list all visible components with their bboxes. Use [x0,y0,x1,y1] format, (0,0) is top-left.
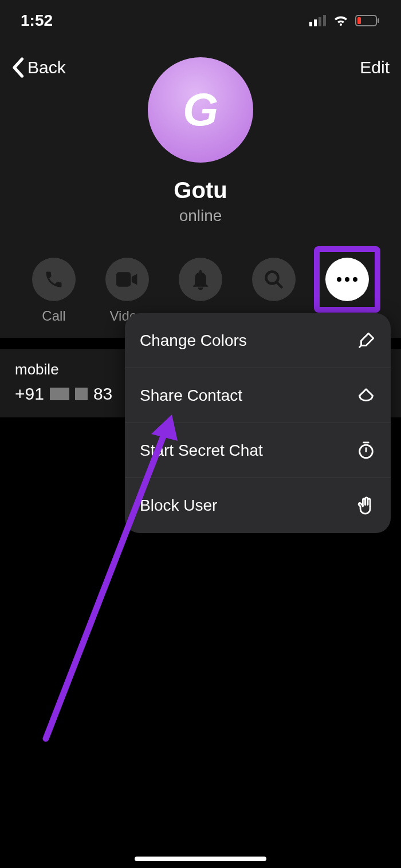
avatar-section: G Gotu online [0,57,401,225]
status-indicators [309,14,380,27]
menu-block-user[interactable]: Block User [125,478,391,533]
svg-rect-6 [357,17,361,24]
search-button[interactable] [252,258,296,301]
svg-rect-7 [116,272,131,286]
menu-share-contact[interactable]: Share Contact [125,368,391,423]
phone-icon [44,269,64,290]
video-button[interactable] [105,258,149,301]
video-icon [116,271,138,287]
svg-rect-1 [314,19,317,26]
avatar-initial: G [183,84,218,136]
contact-name: Gotu [174,177,227,203]
redacted [50,388,69,400]
menu-change-colors[interactable]: Change Colors [125,313,391,368]
share-icon [356,386,376,405]
svg-point-11 [345,277,349,282]
more-button[interactable] [325,258,369,301]
status-bar: 1:52 [0,0,401,41]
svg-point-12 [353,277,357,282]
svg-rect-3 [323,15,326,26]
context-menu: Change Colors Share Contact Start Secret… [125,313,391,533]
svg-rect-5 [378,18,379,23]
call-action[interactable]: Call [32,258,76,324]
brush-icon [356,331,376,350]
cellular-icon [309,15,327,26]
menu-item-label: Block User [140,496,217,515]
timer-icon [356,441,376,460]
avatar[interactable]: G [148,57,253,163]
bell-icon [191,269,210,290]
status-time: 1:52 [21,11,53,30]
mute-button[interactable] [179,258,222,301]
home-indicator[interactable] [135,857,266,861]
svg-rect-2 [319,17,321,26]
call-button[interactable] [32,258,76,301]
profile-header-area: 1:52 Back Edit G Gotu online [0,0,401,338]
more-icon [336,277,359,282]
menu-item-label: Share Contact [140,386,242,405]
svg-line-9 [276,282,281,287]
hand-icon [356,496,376,515]
svg-rect-0 [309,22,312,26]
menu-item-label: Start Secret Chat [140,441,263,460]
call-label: Call [42,308,65,324]
menu-start-secret-chat[interactable]: Start Secret Chat [125,423,391,478]
redacted [75,388,88,400]
svg-point-10 [337,277,341,282]
battery-low-icon [355,15,380,26]
wifi-icon [332,14,349,27]
menu-item-label: Change Colors [140,332,247,350]
search-icon [264,269,284,290]
contact-status: online [179,207,222,225]
contact-profile-screen: 1:52 Back Edit G Gotu online [0,0,401,868]
